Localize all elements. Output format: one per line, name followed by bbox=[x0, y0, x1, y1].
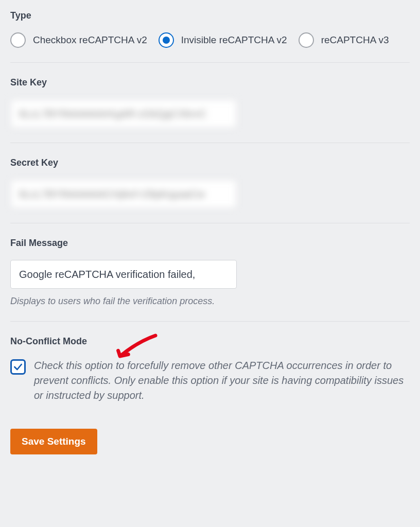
save-settings-button[interactable]: Save Settings bbox=[10, 429, 97, 454]
radio-invisible-v2[interactable]: Invisible reCAPTCHA v2 bbox=[159, 32, 287, 48]
no-conflict-label: No-Conflict Mode bbox=[10, 336, 410, 347]
check-icon bbox=[13, 362, 23, 372]
fail-message-input[interactable] bbox=[10, 260, 237, 289]
radio-recaptcha-v3[interactable]: reCAPTCHA v3 bbox=[299, 32, 389, 48]
no-conflict-description: Check this option to forcefully remove o… bbox=[34, 358, 410, 403]
no-conflict-label-text: No-Conflict Mode bbox=[10, 336, 87, 346]
site-key-input[interactable] bbox=[10, 99, 237, 128]
radio-label: Checkbox reCAPTCHA v2 bbox=[33, 34, 147, 46]
secret-key-input[interactable] bbox=[10, 180, 237, 208]
radio-label: reCAPTCHA v3 bbox=[321, 34, 389, 46]
radio-icon bbox=[299, 32, 314, 48]
type-radio-group: Checkbox reCAPTCHA v2 Invisible reCAPTCH… bbox=[10, 32, 410, 48]
radio-icon bbox=[159, 32, 174, 48]
radio-checkbox-v2[interactable]: Checkbox reCAPTCHA v2 bbox=[10, 32, 147, 48]
type-section: Type Checkbox reCAPTCHA v2 Invisible reC… bbox=[10, 10, 410, 63]
no-conflict-checkbox[interactable] bbox=[10, 359, 26, 375]
fail-message-section: Fail Message Displays to users who fail … bbox=[10, 238, 410, 322]
type-label: Type bbox=[10, 10, 410, 21]
no-conflict-section: No-Conflict Mode Check this option to fo… bbox=[10, 336, 410, 417]
radio-icon bbox=[10, 32, 26, 48]
site-key-section: Site Key bbox=[10, 77, 410, 143]
fail-message-helper: Displays to users who fail the verificat… bbox=[10, 296, 410, 307]
radio-dot-icon bbox=[163, 37, 170, 44]
fail-message-label: Fail Message bbox=[10, 238, 410, 249]
no-conflict-row: Check this option to forcefully remove o… bbox=[10, 358, 410, 403]
secret-key-section: Secret Key bbox=[10, 157, 410, 223]
site-key-label: Site Key bbox=[10, 77, 410, 88]
secret-key-label: Secret Key bbox=[10, 157, 410, 168]
radio-label: Invisible reCAPTCHA v2 bbox=[181, 34, 287, 46]
